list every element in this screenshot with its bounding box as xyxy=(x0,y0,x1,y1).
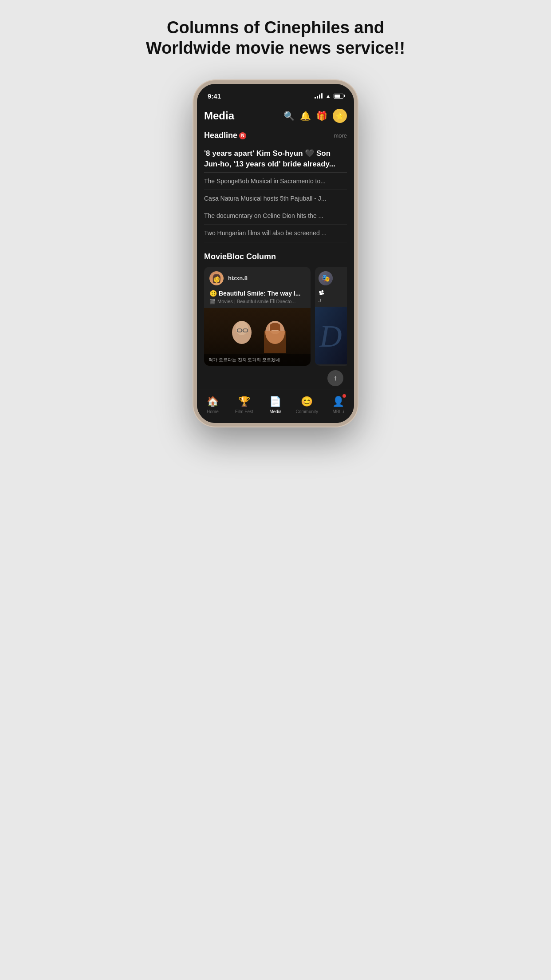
upload-button[interactable]: ↑ xyxy=(327,370,343,386)
app-title: Media xyxy=(204,110,234,122)
section-header: Headline N more xyxy=(204,131,347,140)
svg-point-3 xyxy=(236,321,248,335)
status-time: 9:41 xyxy=(208,92,221,100)
status-bar: 9:41 ▲ xyxy=(197,84,354,103)
gift-icon[interactable]: 🎁 xyxy=(316,111,327,121)
home-icon: 🏠 xyxy=(207,396,219,407)
mbl-i-icon: 👤 xyxy=(332,396,344,407)
nav-home[interactable]: 🏠 Home xyxy=(199,396,226,414)
wifi-icon: ▲ xyxy=(325,93,331,99)
card-2-image: D xyxy=(315,307,347,364)
headline-section: Headline N more '8 years apart' Kim So-h… xyxy=(197,126,354,246)
scroll-content[interactable]: Headline N more '8 years apart' Kim So-h… xyxy=(197,126,354,370)
card-1-header: 👩 hizxn.8 xyxy=(204,267,311,288)
card-2-avatar: 🎭 xyxy=(319,271,333,285)
headline-main-item[interactable]: '8 years apart' Kim So-hyun 🖤 Son Jun-ho… xyxy=(204,146,347,173)
phone-frame: 9:41 ▲ Media 🔍 🔔 🎁 ⭐ xyxy=(193,80,358,427)
mbl-i-label: MBL-i xyxy=(333,409,344,414)
headline-title: Headline xyxy=(204,131,237,140)
nav-media[interactable]: 📄 Media xyxy=(262,396,289,414)
column-card-2[interactable]: 🎭 📽 J xyxy=(315,267,347,366)
column-section: MovieBloc Column 👩 hizxn.8 🙂 xyxy=(197,247,354,371)
battery-icon xyxy=(334,94,343,99)
media-icon: 📄 xyxy=(269,396,281,407)
user-avatar[interactable]: ⭐ xyxy=(333,109,347,123)
page-headline: Columns of Cinephiles and Worldwide movi… xyxy=(146,18,405,58)
column-section-title: MovieBloc Column xyxy=(204,252,347,261)
news-item-4[interactable]: Two Hungarian films will also be screene… xyxy=(204,225,347,242)
svg-text:D: D xyxy=(319,319,342,353)
top-nav: Media 🔍 🔔 🎁 ⭐ xyxy=(197,103,354,126)
column-cards[interactable]: 👩 hizxn.8 🙂 Beautiful Smile: The way I..… xyxy=(204,267,347,366)
card-1-image: 먹가 모르다는 진지 도겨희 모르겠네 xyxy=(204,308,311,366)
community-label: Community xyxy=(295,409,318,414)
card-1-body: 🙂 Beautiful Smile: The way I... 🎬 Movies… xyxy=(204,288,311,308)
bottom-nav: 🏠 Home 🏆 Film Fest 📄 Media 😊 Community 👤 xyxy=(197,390,354,423)
card-2-body: 📽 J xyxy=(315,288,347,307)
new-badge: N xyxy=(239,132,246,139)
card-1-overlay: 먹가 모르다는 진지 도겨희 모르겠네 xyxy=(204,354,311,366)
more-link[interactable]: more xyxy=(334,132,347,139)
nav-film-fest[interactable]: 🏆 Film Fest xyxy=(231,396,257,414)
news-item-2[interactable]: Casa Natura Musical hosts 5th Pajuball -… xyxy=(204,190,347,207)
card-1-username: hizxn.8 xyxy=(228,275,248,281)
news-item-1[interactable]: The SpongeBob Musical in Sacramento to..… xyxy=(204,173,347,190)
card-1-avatar: 👩 xyxy=(209,271,224,285)
card-1-meta: 🎬 Movies | Beautiful smile 🎞 Directo... xyxy=(209,299,305,304)
status-icons: ▲ xyxy=(315,93,343,99)
home-label: Home xyxy=(207,409,219,414)
nav-mbl-i[interactable]: 👤 MBL-i xyxy=(325,396,352,414)
nav-community[interactable]: 😊 Community xyxy=(294,396,320,414)
card-2-title: 📽 xyxy=(319,290,347,296)
section-title-wrap: Headline N xyxy=(204,131,246,140)
community-icon: 😊 xyxy=(301,396,313,407)
search-icon[interactable]: 🔍 xyxy=(283,111,295,121)
app-content: Media 🔍 🔔 🎁 ⭐ Headline N more '8 year xyxy=(197,103,354,423)
signal-bars-icon xyxy=(315,93,323,99)
film-fest-icon: 🏆 xyxy=(238,396,250,407)
card-2-username: J xyxy=(319,298,347,303)
card-1-title: 🙂 Beautiful Smile: The way I... xyxy=(209,290,305,297)
news-item-3[interactable]: The documentary on Celine Dion hits the … xyxy=(204,207,347,225)
svg-rect-9 xyxy=(264,331,286,353)
media-label: Media xyxy=(269,409,281,414)
card-2-header: 🎭 xyxy=(315,267,347,288)
film-fest-label: Film Fest xyxy=(235,409,253,414)
nav-icons: 🔍 🔔 🎁 ⭐ xyxy=(283,109,347,123)
column-card-1[interactable]: 👩 hizxn.8 🙂 Beautiful Smile: The way I..… xyxy=(204,267,311,366)
bell-icon[interactable]: 🔔 xyxy=(300,111,311,121)
